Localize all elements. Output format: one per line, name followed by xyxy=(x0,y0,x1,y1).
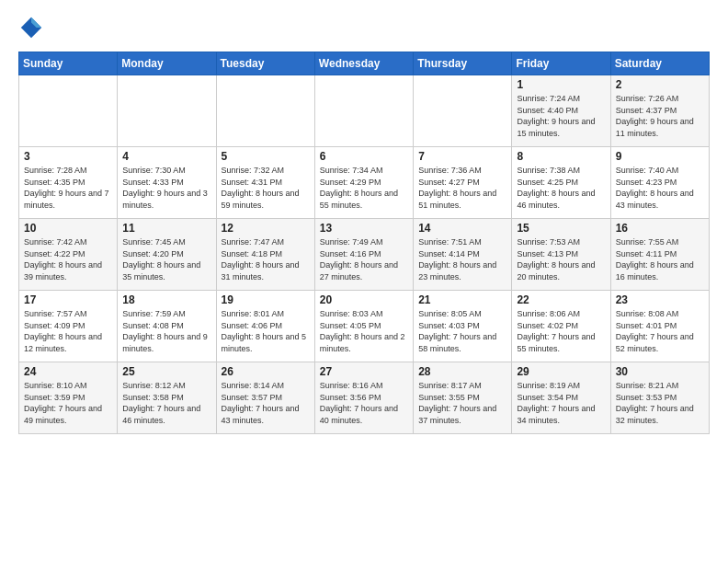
day-cell: 10Sunrise: 7:42 AM Sunset: 4:22 PM Dayli… xyxy=(19,219,118,291)
header xyxy=(18,15,710,40)
day-cell xyxy=(314,75,413,147)
day-info: Sunrise: 7:32 AM Sunset: 4:31 PM Dayligh… xyxy=(222,165,310,211)
day-cell: 25Sunrise: 8:12 AM Sunset: 3:58 PM Dayli… xyxy=(118,362,216,434)
day-cell: 27Sunrise: 8:16 AM Sunset: 3:56 PM Dayli… xyxy=(314,362,413,434)
week-row-1: 1Sunrise: 7:24 AM Sunset: 4:40 PM Daylig… xyxy=(19,75,710,147)
day-number: 27 xyxy=(320,365,408,378)
day-info: Sunrise: 7:38 AM Sunset: 4:25 PM Dayligh… xyxy=(517,165,605,211)
day-info: Sunrise: 7:26 AM Sunset: 4:37 PM Dayligh… xyxy=(616,93,704,139)
day-info: Sunrise: 7:45 AM Sunset: 4:20 PM Dayligh… xyxy=(122,236,210,282)
day-cell: 24Sunrise: 8:10 AM Sunset: 3:59 PM Dayli… xyxy=(19,362,118,434)
day-info: Sunrise: 7:49 AM Sunset: 4:16 PM Dayligh… xyxy=(320,236,408,282)
day-info: Sunrise: 7:34 AM Sunset: 4:29 PM Dayligh… xyxy=(320,165,408,211)
day-info: Sunrise: 8:05 AM Sunset: 4:03 PM Dayligh… xyxy=(418,308,506,354)
day-info: Sunrise: 7:53 AM Sunset: 4:13 PM Dayligh… xyxy=(517,236,605,282)
day-cell: 26Sunrise: 8:14 AM Sunset: 3:57 PM Dayli… xyxy=(216,362,314,434)
day-cell: 17Sunrise: 7:57 AM Sunset: 4:09 PM Dayli… xyxy=(19,291,118,362)
day-cell: 21Sunrise: 8:05 AM Sunset: 4:03 PM Dayli… xyxy=(414,291,512,362)
day-info: Sunrise: 8:14 AM Sunset: 3:57 PM Dayligh… xyxy=(222,380,310,426)
week-row-5: 24Sunrise: 8:10 AM Sunset: 3:59 PM Dayli… xyxy=(19,362,710,434)
day-cell: 28Sunrise: 8:17 AM Sunset: 3:55 PM Dayli… xyxy=(414,362,512,434)
day-number: 7 xyxy=(418,150,506,163)
day-info: Sunrise: 7:59 AM Sunset: 4:08 PM Dayligh… xyxy=(122,308,210,354)
day-info: Sunrise: 7:51 AM Sunset: 4:14 PM Dayligh… xyxy=(418,236,506,282)
day-info: Sunrise: 7:30 AM Sunset: 4:33 PM Dayligh… xyxy=(122,165,210,211)
day-info: Sunrise: 7:40 AM Sunset: 4:23 PM Dayligh… xyxy=(616,165,704,211)
weekday-row: SundayMondayTuesdayWednesdayThursdayFrid… xyxy=(19,52,710,75)
day-number: 18 xyxy=(122,293,210,306)
day-cell xyxy=(216,75,314,147)
day-number: 15 xyxy=(517,222,605,235)
day-info: Sunrise: 8:03 AM Sunset: 4:05 PM Dayligh… xyxy=(320,308,408,354)
day-info: Sunrise: 7:55 AM Sunset: 4:11 PM Dayligh… xyxy=(616,236,704,282)
day-info: Sunrise: 7:47 AM Sunset: 4:18 PM Dayligh… xyxy=(222,236,310,282)
day-cell: 22Sunrise: 8:06 AM Sunset: 4:02 PM Dayli… xyxy=(512,291,610,362)
day-number: 29 xyxy=(517,365,605,378)
day-cell: 6Sunrise: 7:34 AM Sunset: 4:29 PM Daylig… xyxy=(314,147,413,219)
day-cell: 8Sunrise: 7:38 AM Sunset: 4:25 PM Daylig… xyxy=(512,147,610,219)
week-row-4: 17Sunrise: 7:57 AM Sunset: 4:09 PM Dayli… xyxy=(19,291,710,362)
day-number: 30 xyxy=(616,365,704,378)
calendar-header: SundayMondayTuesdayWednesdayThursdayFrid… xyxy=(19,52,710,75)
day-number: 8 xyxy=(517,150,605,163)
day-info: Sunrise: 7:57 AM Sunset: 4:09 PM Dayligh… xyxy=(24,308,112,354)
day-info: Sunrise: 7:24 AM Sunset: 4:40 PM Dayligh… xyxy=(517,93,605,139)
day-number: 21 xyxy=(418,293,506,306)
calendar-table: SundayMondayTuesdayWednesdayThursdayFrid… xyxy=(18,52,710,434)
day-number: 16 xyxy=(616,222,704,235)
day-info: Sunrise: 8:06 AM Sunset: 4:02 PM Dayligh… xyxy=(517,308,605,354)
week-row-2: 3Sunrise: 7:28 AM Sunset: 4:35 PM Daylig… xyxy=(19,147,710,219)
weekday-header-saturday: Saturday xyxy=(610,52,709,75)
week-row-3: 10Sunrise: 7:42 AM Sunset: 4:22 PM Dayli… xyxy=(19,219,710,291)
day-cell: 29Sunrise: 8:19 AM Sunset: 3:54 PM Dayli… xyxy=(512,362,610,434)
day-number: 10 xyxy=(24,222,112,235)
day-number: 24 xyxy=(24,365,112,378)
day-cell: 13Sunrise: 7:49 AM Sunset: 4:16 PM Dayli… xyxy=(314,219,413,291)
day-number: 17 xyxy=(24,293,112,306)
day-info: Sunrise: 7:42 AM Sunset: 4:22 PM Dayligh… xyxy=(24,236,112,282)
day-cell: 2Sunrise: 7:26 AM Sunset: 4:37 PM Daylig… xyxy=(610,75,709,147)
day-number: 4 xyxy=(122,150,210,163)
day-number: 12 xyxy=(222,222,310,235)
day-info: Sunrise: 8:21 AM Sunset: 3:53 PM Dayligh… xyxy=(616,380,704,426)
day-cell: 3Sunrise: 7:28 AM Sunset: 4:35 PM Daylig… xyxy=(19,147,118,219)
day-cell: 5Sunrise: 7:32 AM Sunset: 4:31 PM Daylig… xyxy=(216,147,314,219)
logo xyxy=(18,15,48,40)
main-container: SundayMondayTuesdayWednesdayThursdayFrid… xyxy=(0,0,728,443)
weekday-header-monday: Monday xyxy=(118,52,216,75)
calendar-body: 1Sunrise: 7:24 AM Sunset: 4:40 PM Daylig… xyxy=(19,75,710,434)
day-number: 26 xyxy=(222,365,310,378)
day-cell: 23Sunrise: 8:08 AM Sunset: 4:01 PM Dayli… xyxy=(610,291,709,362)
day-number: 28 xyxy=(418,365,506,378)
day-number: 14 xyxy=(418,222,506,235)
day-cell: 4Sunrise: 7:30 AM Sunset: 4:33 PM Daylig… xyxy=(118,147,216,219)
day-cell xyxy=(414,75,512,147)
day-number: 11 xyxy=(122,222,210,235)
day-cell: 9Sunrise: 7:40 AM Sunset: 4:23 PM Daylig… xyxy=(610,147,709,219)
day-info: Sunrise: 8:17 AM Sunset: 3:55 PM Dayligh… xyxy=(418,380,506,426)
day-number: 19 xyxy=(222,293,310,306)
logo-icon xyxy=(18,15,44,40)
day-cell: 30Sunrise: 8:21 AM Sunset: 3:53 PM Dayli… xyxy=(610,362,709,434)
day-number: 3 xyxy=(24,150,112,163)
day-cell xyxy=(19,75,118,147)
day-number: 25 xyxy=(122,365,210,378)
day-number: 2 xyxy=(616,78,704,91)
day-number: 22 xyxy=(517,293,605,306)
day-info: Sunrise: 8:19 AM Sunset: 3:54 PM Dayligh… xyxy=(517,380,605,426)
day-number: 23 xyxy=(616,293,704,306)
day-cell: 7Sunrise: 7:36 AM Sunset: 4:27 PM Daylig… xyxy=(414,147,512,219)
day-info: Sunrise: 7:28 AM Sunset: 4:35 PM Dayligh… xyxy=(24,165,112,211)
day-info: Sunrise: 8:16 AM Sunset: 3:56 PM Dayligh… xyxy=(320,380,408,426)
day-cell xyxy=(118,75,216,147)
day-cell: 19Sunrise: 8:01 AM Sunset: 4:06 PM Dayli… xyxy=(216,291,314,362)
day-info: Sunrise: 8:10 AM Sunset: 3:59 PM Dayligh… xyxy=(24,380,112,426)
weekday-header-wednesday: Wednesday xyxy=(314,52,413,75)
weekday-header-sunday: Sunday xyxy=(19,52,118,75)
weekday-header-tuesday: Tuesday xyxy=(216,52,314,75)
day-cell: 16Sunrise: 7:55 AM Sunset: 4:11 PM Dayli… xyxy=(610,219,709,291)
day-number: 1 xyxy=(517,78,605,91)
day-info: Sunrise: 8:08 AM Sunset: 4:01 PM Dayligh… xyxy=(616,308,704,354)
weekday-header-friday: Friday xyxy=(512,52,610,75)
day-number: 20 xyxy=(320,293,408,306)
